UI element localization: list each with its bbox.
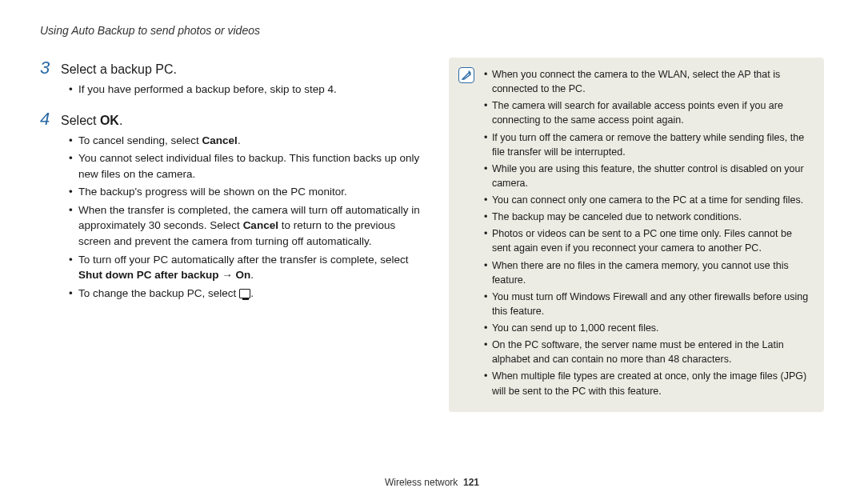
breadcrumb-title: Using Auto Backup to send photos or vide… <box>40 24 824 37</box>
step-title-pre: Select <box>61 114 100 127</box>
step-3-bullets: If you have performed a backup before, s… <box>40 82 430 98</box>
note-item: When there are no files in the camera me… <box>484 258 811 287</box>
list-item: When the transfer is completed, the came… <box>69 202 430 250</box>
step-title: Select a backup PC. <box>61 62 177 77</box>
step-3: 3 Select a backup PC. <box>40 58 430 78</box>
list-item: To turn off your PC automatically after … <box>69 252 430 283</box>
bullet-pre: To cancel sending, select <box>78 134 202 146</box>
step-number: 4 <box>40 109 53 130</box>
step-title-bold: OK <box>100 114 119 127</box>
step-title: Select OK. <box>61 114 122 128</box>
note-item: When multiple file types are created at … <box>484 369 811 398</box>
note-item: You can send up to 1,000 recent files. <box>484 321 811 335</box>
note-item: On the PC software, the server name must… <box>484 338 811 366</box>
right-column: When you connect the camera to the WLAN,… <box>449 58 824 412</box>
bullet-bold: Shut down PC after backup → On <box>78 269 250 281</box>
note-box: When you connect the camera to the WLAN,… <box>449 58 824 412</box>
note-icon <box>458 67 474 83</box>
list-item: To change the backup PC, select . <box>69 286 430 302</box>
bullet-text: You cannot select individual files to ba… <box>78 152 419 180</box>
content-columns: 3 Select a backup PC. If you have perfor… <box>40 58 824 412</box>
note-item: While you are using this feature, the sh… <box>484 162 811 190</box>
bullet-post: . <box>238 134 241 146</box>
bullet-pre: To change the backup PC, select <box>78 287 239 299</box>
footer-page-number: 121 <box>463 477 479 488</box>
step-4-bullets: To cancel sending, select Cancel. You ca… <box>40 133 430 302</box>
list-item: You cannot select individual files to ba… <box>69 150 430 182</box>
step-4: 4 Select OK. <box>40 109 430 130</box>
note-item: When you connect the camera to the WLAN,… <box>484 67 811 96</box>
list-item: If you have performed a backup before, s… <box>69 82 430 98</box>
bullet-pre: To turn off your PC automatically after … <box>78 254 408 266</box>
bullet-text: If you have performed a backup before, s… <box>78 83 337 95</box>
note-item: The backup may be canceled due to networ… <box>484 210 811 224</box>
step-title-post: . <box>119 114 122 127</box>
page-footer: Wireless network 121 <box>0 477 864 488</box>
bullet-bold: Cancel <box>243 219 278 231</box>
list-item: To cancel sending, select Cancel. <box>69 133 430 149</box>
bullet-post: . <box>250 269 254 281</box>
list-item: The backup's progress will be shown on t… <box>69 184 430 200</box>
footer-section: Wireless network <box>385 477 458 488</box>
note-item: You can connect only one camera to the P… <box>484 193 811 207</box>
bullet-post: . <box>250 287 254 299</box>
step-number: 3 <box>40 58 53 78</box>
monitor-icon <box>239 289 250 298</box>
bullet-text: The backup's progress will be shown on t… <box>78 186 347 198</box>
note-item: If you turn off the camera or remove the… <box>484 130 811 159</box>
note-item: Photos or videos can be sent to a PC one… <box>484 226 811 255</box>
page: Using Auto Backup to send photos or vide… <box>0 0 864 412</box>
notes-list: When you connect the camera to the WLAN,… <box>484 67 811 398</box>
note-item: The camera will search for available acc… <box>484 98 811 127</box>
step-title-text: Select a backup PC. <box>61 62 177 76</box>
bullet-bold: Cancel <box>202 134 238 146</box>
left-column: 3 Select a backup PC. If you have perfor… <box>40 58 430 412</box>
note-item: You must turn off Windows Firewall and a… <box>484 290 811 318</box>
